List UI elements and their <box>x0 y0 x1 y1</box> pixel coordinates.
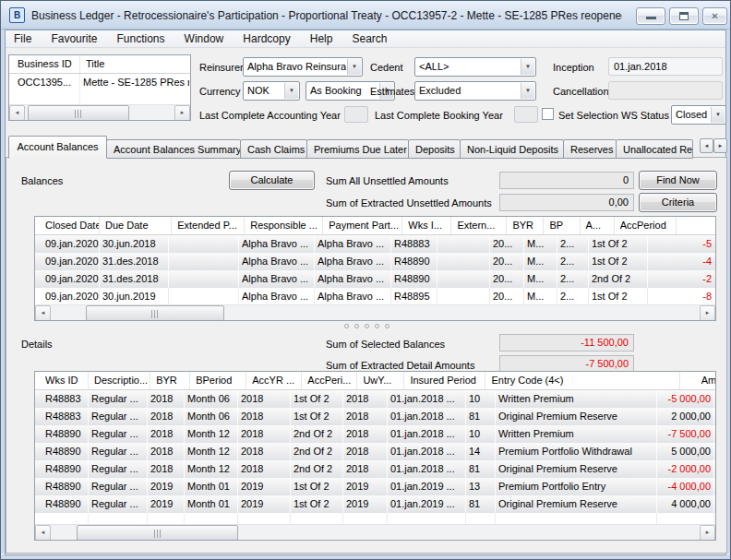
column-header-extern[interactable]: Extern... <box>454 217 507 234</box>
chevron-down-icon[interactable]: ▼ <box>284 83 298 99</box>
cancellation-field[interactable] <box>608 81 723 100</box>
table-row[interactable]: 09.jan.202031.des.2018Alpha Bravo ...Alp… <box>35 253 715 270</box>
cedent-value: <ALL> <box>419 59 520 75</box>
splitter-handle[interactable] <box>330 323 403 329</box>
tab-account-balances[interactable]: Account Balances <box>8 136 107 159</box>
column-header-bperiod[interactable]: BPeriod <box>193 372 246 389</box>
scroll-thumb[interactable] <box>86 305 224 321</box>
column-header-closed-date[interactable]: Closed Date <box>42 217 100 234</box>
find-now-button[interactable]: Find Now <box>639 171 717 190</box>
column-header-wks-id[interactable]: Wks I... <box>405 217 451 234</box>
table-cell: 30.jun.2018 <box>100 235 169 253</box>
menu-item-hardcopy[interactable]: Hardcopy <box>234 30 298 47</box>
tab-scroll-right-button[interactable]: ► <box>713 138 727 153</box>
chevron-down-icon[interactable]: ▼ <box>711 107 725 123</box>
column-header-bp[interactable]: BP <box>547 217 581 234</box>
table-row[interactable]: OCC1395...Mette - SE-1285 PRes reo <box>9 74 190 91</box>
menu-item-file[interactable]: File <box>6 30 40 47</box>
table-cell: 09.jan.2020 <box>42 253 100 270</box>
scroll-thumb[interactable] <box>77 525 238 541</box>
column-header-a[interactable]: A... <box>583 217 615 234</box>
column-header-business-id[interactable]: Business ID <box>15 55 80 73</box>
table-row[interactable]: R48883Regular ...2018Month 0620181st Of … <box>35 390 715 408</box>
reinsurer-combo[interactable]: Alpha Bravo Reinsuranc ▼ <box>243 57 363 77</box>
scroll-thumb[interactable] <box>28 105 129 121</box>
scroll-right-button[interactable]: ► <box>700 305 715 321</box>
column-header-byr[interactable]: BYR <box>509 217 544 234</box>
maximize-button[interactable] <box>669 7 699 25</box>
table-row[interactable]: R48890Regular ...2018Month 1220182nd Of … <box>35 460 715 478</box>
menu-item-functions[interactable]: Functions <box>109 30 174 47</box>
table-row[interactable]: 09.jan.202030.jun.2019Alpha Bravo ...Alp… <box>35 288 715 305</box>
column-header-amount[interactable]: Amount <box>683 372 716 389</box>
calculate-button[interactable]: Calculate <box>229 171 315 190</box>
column-header-insured-period[interactable]: Insured Period <box>407 372 485 389</box>
chevron-down-icon[interactable]: ▼ <box>521 59 534 75</box>
inception-field[interactable]: 01.jan.2018 <box>608 57 723 76</box>
table-cell: 10 <box>466 425 496 443</box>
tab-premiums-due-later[interactable]: Premiums Due Later <box>306 139 409 159</box>
set-selection-checkbox[interactable] <box>542 108 554 120</box>
column-header-entry-code[interactable]: Entry Code (4<) <box>489 372 680 389</box>
tab-scroll-left-button[interactable]: ◄ <box>700 138 713 153</box>
table-cell: 2018 <box>343 443 388 460</box>
menu-item-window[interactable]: Window <box>176 30 233 47</box>
details-grid-h-scrollbar[interactable]: ◄ ► <box>35 524 715 540</box>
column-header-byr[interactable]: BYR <box>153 372 190 389</box>
tab-reserves[interactable]: Reserves <box>563 139 617 159</box>
menu-item-favourite[interactable]: Favourite <box>42 30 105 47</box>
column-header-wks-id[interactable]: Wks ID <box>42 372 89 389</box>
column-header-payment-part[interactable]: Payment Part... <box>326 217 402 234</box>
column-header-description[interactable]: Descriptio... <box>91 372 150 389</box>
table-row[interactable]: 09.jan.202031.des.2018Alpha Bravo ...Alp… <box>35 270 715 288</box>
menu-item-help[interactable]: Help <box>302 30 342 47</box>
table-cell: 2nd Of 2 <box>589 270 648 288</box>
criteria-button[interactable]: Criteria <box>639 193 717 212</box>
splitter-dot <box>375 324 379 328</box>
scroll-right-button[interactable]: ► <box>700 525 715 541</box>
currency-combo[interactable]: NOK ▼ <box>243 81 300 101</box>
column-header-e[interactable]: E <box>679 217 716 234</box>
table-cell: 2019 <box>148 478 185 495</box>
tab-unallocated-remittances[interactable]: Unallocated Remitt <box>616 139 693 159</box>
column-header-accyr[interactable]: AccYR ... <box>249 372 302 389</box>
table-cell: 2018 <box>343 460 388 478</box>
tab-non-liquid-deposits[interactable]: Non-Liquid Deposits <box>460 139 564 159</box>
close-button[interactable]: ✕ <box>702 7 727 25</box>
tab-deposits[interactable]: Deposits <box>408 139 461 159</box>
table-row[interactable]: R48883Regular ...2018Month 0620181st Of … <box>35 408 715 425</box>
scroll-left-button[interactable]: ◄ <box>35 525 51 541</box>
column-header-accperiod[interactable]: AccPeri... <box>305 372 357 389</box>
details-label: Details <box>21 338 53 351</box>
column-header-uwy[interactable]: UwY... <box>360 372 404 389</box>
table-row[interactable]: R48890Regular ...2019Month 0120191st Of … <box>35 478 715 495</box>
scroll-left-button[interactable]: ◄ <box>9 105 25 121</box>
tab-strip: Account Balances Account Balances Summar… <box>8 135 692 158</box>
table-cell: 1st Of 2 <box>291 390 343 408</box>
column-header-responsible[interactable]: Responsible ... <box>247 217 323 234</box>
table-row[interactable]: R48890Regular ...2019Month 0120191st Of … <box>35 495 715 513</box>
business-grid-h-scrollbar[interactable]: ◄ ► <box>9 104 190 120</box>
table-row[interactable]: R48890Regular ...2018Month 1220182nd Of … <box>35 425 715 443</box>
cedent-combo[interactable]: <ALL> ▼ <box>414 57 536 77</box>
titlebar[interactable]: B Business Ledger - Retrocessionaire's P… <box>1 1 730 30</box>
menu-item-search[interactable]: Search <box>344 30 396 47</box>
tab-account-balances-summary[interactable]: Account Balances Summary <box>106 139 241 159</box>
balances-grid-h-scrollbar[interactable]: ◄ ► <box>35 304 715 320</box>
table-cell: 2018 <box>343 408 388 425</box>
tab-cash-claims[interactable]: Cash Claims <box>240 139 307 159</box>
estimates-combo[interactable]: Excluded ▼ <box>414 81 536 101</box>
minimize-button[interactable] <box>636 7 665 25</box>
ws-status-combo[interactable]: Closed ▼ <box>671 105 726 125</box>
chevron-down-icon[interactable]: ▼ <box>347 59 361 75</box>
column-header-extended-p[interactable]: Extended P... <box>174 217 245 234</box>
table-row[interactable]: R48890Regular ...2018Month 1220182nd Of … <box>35 443 715 460</box>
balances-grid-rows: 09.jan.202030.jun.2018Alpha Bravo ...Alp… <box>35 235 715 305</box>
table-row[interactable]: 09.jan.202030.jun.2018Alpha Bravo ...Alp… <box>35 235 715 253</box>
column-header-due-date[interactable]: Due Date <box>102 217 172 234</box>
column-header-accperiod[interactable]: AccPeriod <box>617 217 677 234</box>
column-header-title[interactable]: Title <box>83 55 191 73</box>
scroll-left-button[interactable]: ◄ <box>35 305 51 321</box>
chevron-down-icon[interactable]: ▼ <box>521 83 534 99</box>
scroll-right-button[interactable]: ► <box>174 105 190 121</box>
